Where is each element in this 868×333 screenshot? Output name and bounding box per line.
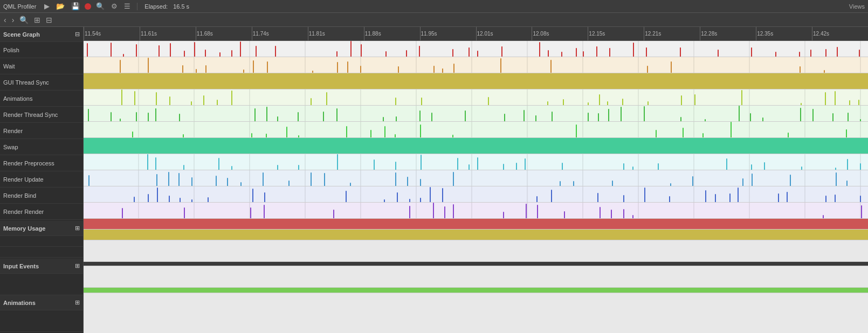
forward-button[interactable]: › <box>10 15 16 25</box>
track-row-13[interactable] <box>84 240 868 262</box>
track-row-7[interactable] <box>84 154 868 170</box>
sidebar-row-render-render: Render Render <box>0 204 83 220</box>
spike <box>88 109 89 121</box>
spike <box>669 196 670 202</box>
track-row-6[interactable] <box>84 138 868 154</box>
spike <box>551 190 552 202</box>
spike <box>395 98 396 105</box>
spike <box>180 198 181 202</box>
spike <box>346 191 347 202</box>
track-row-15[interactable] <box>84 266 868 288</box>
track-row-2[interactable] <box>84 73 868 89</box>
time-tick-4: 11.81s <box>308 27 325 40</box>
spike <box>395 172 396 186</box>
render-preprocess-label: Render Preprocess <box>3 160 54 166</box>
spike <box>623 209 624 218</box>
separator1 <box>137 3 137 10</box>
timeline[interactable]: 11.54s11.61s11.68s11.74s11.81s11.88s11.9… <box>84 27 868 333</box>
input-events-expand[interactable]: ⊞ <box>75 262 80 269</box>
spike <box>409 206 410 218</box>
track-row-0[interactable] <box>84 41 868 57</box>
spike <box>453 64 454 73</box>
search-button[interactable]: 🔍 <box>18 15 30 25</box>
animations-expand[interactable]: ⊞ <box>75 299 80 306</box>
tracks-area[interactable] <box>84 41 868 333</box>
spike <box>860 119 861 121</box>
spike <box>731 122 732 137</box>
spike <box>702 133 704 137</box>
track-row-8[interactable] <box>84 170 868 186</box>
spike <box>658 163 659 170</box>
elapsed-label: Elapsed: <box>144 3 168 10</box>
spike <box>311 98 312 105</box>
track-row-11[interactable] <box>84 219 868 230</box>
time-tick-7: 12.01s <box>476 27 493 40</box>
memory-expand[interactable]: ⊞ <box>75 225 80 232</box>
sidebar-row-wait: Wait <box>0 58 83 74</box>
track-row-1[interactable] <box>84 57 868 73</box>
spike <box>632 215 633 218</box>
spike <box>256 46 257 57</box>
spike <box>323 112 324 121</box>
spike <box>406 50 407 57</box>
fit-button[interactable]: ⊞ <box>32 15 42 25</box>
spike <box>148 58 149 73</box>
spike <box>397 192 398 202</box>
spike <box>275 46 276 57</box>
spike <box>121 89 122 105</box>
spike <box>750 113 751 121</box>
spike <box>588 102 589 105</box>
save-button[interactable]: 💾 <box>70 2 81 10</box>
sidebar-row-render-thread-sync: Render Thread Sync <box>0 107 83 123</box>
spike <box>739 106 740 121</box>
time-tick-5: 11.88s <box>364 27 381 40</box>
zoom-button[interactable]: 🔍 <box>94 2 106 10</box>
spike <box>861 205 862 218</box>
spike <box>396 116 397 121</box>
spike <box>178 173 180 186</box>
open-button[interactable]: 📂 <box>54 2 66 10</box>
spike <box>812 109 814 121</box>
track-row-16[interactable] <box>84 288 868 293</box>
spike <box>251 133 252 137</box>
spike <box>599 94 600 105</box>
spike <box>550 60 552 73</box>
record-button[interactable] <box>85 3 91 10</box>
spike <box>547 101 548 105</box>
track-row-3[interactable] <box>84 89 868 106</box>
views-button[interactable]: Views <box>849 3 865 10</box>
spike <box>155 108 156 121</box>
spike <box>800 108 801 121</box>
nav-toolbar: ‹ › 🔍 ⊞ ⊟ <box>0 13 868 27</box>
spike <box>157 188 158 202</box>
collapse-button[interactable]: ⊟ <box>44 15 54 25</box>
spike <box>409 199 410 202</box>
settings-button[interactable]: ⚙ <box>109 2 119 10</box>
run-button[interactable]: ▶ <box>43 2 51 10</box>
spike <box>726 158 727 170</box>
spike <box>680 117 681 121</box>
spike <box>370 130 371 137</box>
spike <box>419 110 421 121</box>
spike <box>778 193 779 202</box>
track-row-5[interactable] <box>84 122 868 138</box>
track-row-10[interactable] <box>84 203 868 219</box>
track-row-4[interactable] <box>84 106 868 122</box>
spike <box>576 124 577 137</box>
back-button[interactable]: ‹ <box>2 15 8 25</box>
track-row-9[interactable] <box>84 186 868 203</box>
filter-button[interactable]: ☰ <box>122 2 132 10</box>
time-tick-12: 12.35s <box>756 27 773 40</box>
spike <box>420 179 421 186</box>
scene-graph-expand[interactable]: ⊟ <box>75 31 80 38</box>
spike <box>134 197 135 202</box>
track-row-14[interactable] <box>84 262 868 266</box>
spike <box>452 49 453 57</box>
render-label: Render <box>3 128 23 134</box>
spike <box>825 92 826 105</box>
spike <box>430 187 431 202</box>
spike <box>715 194 716 202</box>
spike <box>184 207 185 218</box>
track-row-12[interactable] <box>84 230 868 240</box>
spike <box>347 61 348 73</box>
